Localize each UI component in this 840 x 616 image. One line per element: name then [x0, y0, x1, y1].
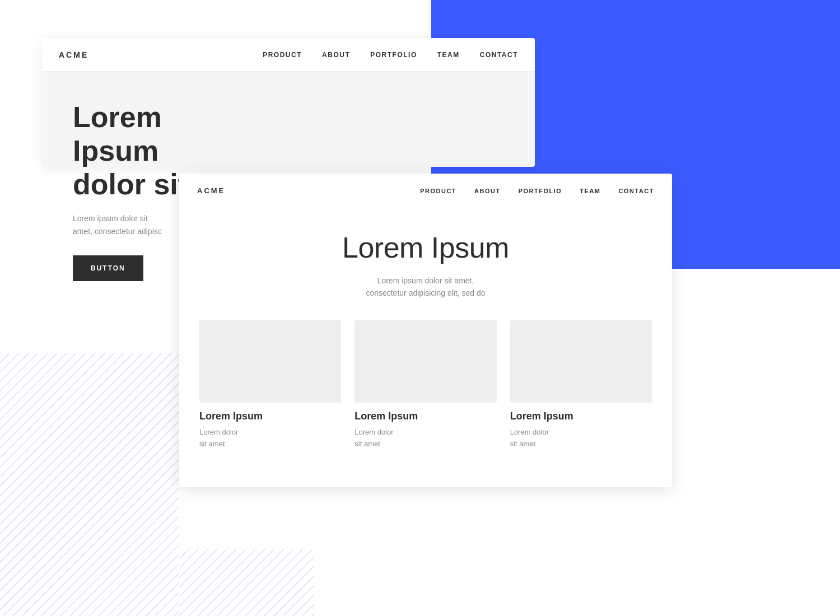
grid-item-1-desc: Lorem dolorsit amet — [199, 427, 341, 450]
grid-item-3-image — [510, 320, 652, 403]
grid-item-1: Lorem Ipsum Lorem dolorsit amet — [199, 320, 341, 450]
grid-item-3-desc: Lorem dolorsit amet — [510, 427, 652, 450]
front-card-title: Lorem Ipsum — [199, 231, 652, 264]
front-card-grid: Lorem Ipsum Lorem dolorsit amet Lorem Ip… — [199, 320, 652, 450]
front-card-navbar: ACME PRODUCT ABOUT PORTFOLIO TEAM CONTAC… — [179, 174, 672, 208]
stripes-bottom-left — [0, 353, 179, 616]
grid-item-1-title: Lorem Ipsum — [199, 410, 341, 422]
svg-rect-1 — [0, 353, 179, 616]
back-nav-portfolio[interactable]: PORTFOLIO — [370, 51, 417, 59]
back-nav-product[interactable]: PRODUCT — [263, 51, 302, 59]
stripes-bottom-center — [179, 549, 314, 616]
grid-item-3-title: Lorem Ipsum — [510, 410, 652, 422]
hero-button[interactable]: BUTTON — [73, 255, 143, 281]
back-card-logo: ACME — [59, 50, 88, 59]
back-nav-team[interactable]: TEAM — [437, 51, 460, 59]
front-card-subtitle: Lorem ipsum dolor sit amet,consectetur a… — [199, 274, 652, 300]
front-nav-contact[interactable]: CONTACT — [619, 188, 654, 194]
back-card-navlinks: PRODUCT ABOUT PORTFOLIO TEAM CONTACT — [263, 51, 518, 59]
grid-item-2: Lorem Ipsum Lorem dolorsit amet — [354, 320, 496, 450]
back-nav-about[interactable]: ABOUT — [322, 51, 350, 59]
front-card: ACME PRODUCT ABOUT PORTFOLIO TEAM CONTAC… — [179, 174, 672, 487]
back-card-navbar: ACME PRODUCT ABOUT PORTFOLIO TEAM CONTAC… — [42, 38, 535, 72]
back-nav-contact[interactable]: CONTACT — [480, 51, 518, 59]
grid-item-2-image — [354, 320, 496, 403]
front-nav-team[interactable]: TEAM — [580, 188, 600, 194]
front-card-body: Lorem Ipsum Lorem ipsum dolor sit amet,c… — [179, 208, 672, 468]
front-nav-about[interactable]: ABOUT — [474, 188, 501, 194]
grid-item-2-desc: Lorem dolorsit amet — [354, 427, 496, 450]
svg-rect-3 — [179, 549, 314, 616]
grid-item-3: Lorem Ipsum Lorem dolorsit amet — [510, 320, 652, 450]
front-nav-product[interactable]: PRODUCT — [420, 188, 456, 194]
front-nav-portfolio[interactable]: PORTFOLIO — [519, 188, 562, 194]
front-card-navlinks: PRODUCT ABOUT PORTFOLIO TEAM CONTACT — [420, 188, 654, 194]
grid-item-2-title: Lorem Ipsum — [354, 410, 496, 422]
grid-item-1-image — [199, 320, 341, 403]
front-card-logo: ACME — [197, 186, 225, 195]
